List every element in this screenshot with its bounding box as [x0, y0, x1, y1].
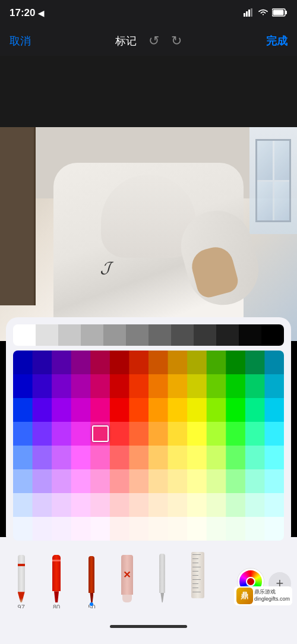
battery-icon [272, 8, 287, 18]
eraser-x-icon: ✕ [123, 569, 131, 580]
window-pane [257, 141, 273, 180]
marker-cap-line [52, 560, 61, 561]
pen2-brush [78, 549, 105, 602]
ruler-mark [192, 588, 199, 588]
svg-rect-5 [285, 11, 287, 14]
photo-content: 𝓙 [0, 127, 297, 341]
tool-pen2[interactable]: 50 [77, 549, 107, 602]
jordan-logo: 𝓙 [101, 258, 113, 277]
window-light [249, 127, 297, 234]
nav-title-area: 标记 ↺ ↻ [115, 33, 182, 49]
ruler-body [191, 552, 204, 598]
color-wheel-selected [246, 577, 255, 586]
ruler-mark [192, 571, 199, 572]
ruler-mark [192, 558, 199, 559]
color-canvas[interactable] [13, 351, 284, 541]
redo-button[interactable]: ↻ [171, 33, 182, 49]
home-indicator [110, 625, 187, 628]
svg-rect-3 [251, 8, 252, 17]
undo-button[interactable]: ↺ [148, 33, 159, 49]
grayscale-row[interactable] [13, 324, 284, 346]
pen2-tip [90, 593, 93, 602]
window-frame [255, 139, 291, 222]
pencil2-brush [149, 549, 175, 602]
eraser-body: ✕ [121, 555, 133, 595]
watermark-logo: 鼎 [236, 588, 253, 604]
eraser-tip [122, 595, 132, 602]
window-pane [257, 182, 273, 221]
ruler-mark [192, 563, 199, 563]
eraser-brush: ✕ [114, 549, 140, 602]
ruler-mark [192, 583, 199, 584]
window-pane [274, 141, 290, 180]
watermark: 鼎 鼎乐游戏dinglegifts.com [234, 586, 292, 605]
tool-pencil2[interactable] [147, 549, 178, 602]
pencil2-body [159, 554, 165, 593]
ruler-marks [191, 552, 204, 595]
tool-ruler[interactable] [182, 549, 213, 602]
nav-title: 标记 [115, 34, 137, 48]
photo-top [0, 56, 297, 127]
bottom-bar [0, 608, 297, 644]
tool-eraser[interactable]: ✕ [112, 549, 142, 602]
window-pane [274, 182, 290, 221]
status-icons [244, 8, 287, 18]
color-picker-panel[interactable] [6, 317, 291, 548]
pencil1-brush [8, 549, 34, 602]
pencil1-body [18, 555, 25, 592]
ruler-mark [192, 575, 199, 576]
pencil2-tip [160, 593, 164, 602]
status-time: 17:20 ◀ [10, 7, 44, 19]
svg-rect-2 [248, 10, 250, 17]
watermark-text: 鼎乐游戏dinglegifts.com [254, 589, 290, 602]
tool-marker[interactable]: 80 [41, 549, 71, 602]
svg-rect-0 [244, 13, 245, 17]
ruler-mark [192, 554, 201, 555]
pen2-body [89, 556, 94, 593]
marker-brush [43, 549, 69, 602]
door-frame [0, 127, 36, 305]
hand [188, 244, 241, 300]
ruler-mark [192, 567, 201, 567]
marker-tip [53, 591, 59, 602]
ruler-mark [192, 579, 201, 580]
ruler-mark [192, 592, 201, 592]
time-display: 17:20 [10, 7, 35, 19]
hoodie-body: 𝓙 [53, 163, 244, 341]
pencil1-stripe [18, 564, 25, 566]
svg-rect-6 [273, 10, 284, 15]
done-button[interactable]: 完成 [266, 34, 287, 48]
cancel-button[interactable]: 取消 [10, 34, 31, 48]
svg-rect-1 [246, 11, 248, 17]
ruler-brush [185, 549, 211, 602]
marker-body [52, 555, 61, 591]
status-bar: 17:20 ◀ [0, 0, 297, 26]
location-icon: ◀ [38, 9, 44, 18]
nav-bar: 取消 标记 ↺ ↻ 完成 [0, 26, 297, 56]
tool-pencil1[interactable]: 97 [6, 549, 36, 602]
signal-icon [244, 8, 254, 18]
photo-area: 𝓙 [0, 56, 297, 341]
color-grid[interactable] [13, 351, 284, 541]
pencil1-tip [18, 592, 25, 602]
wifi-icon [258, 8, 268, 18]
